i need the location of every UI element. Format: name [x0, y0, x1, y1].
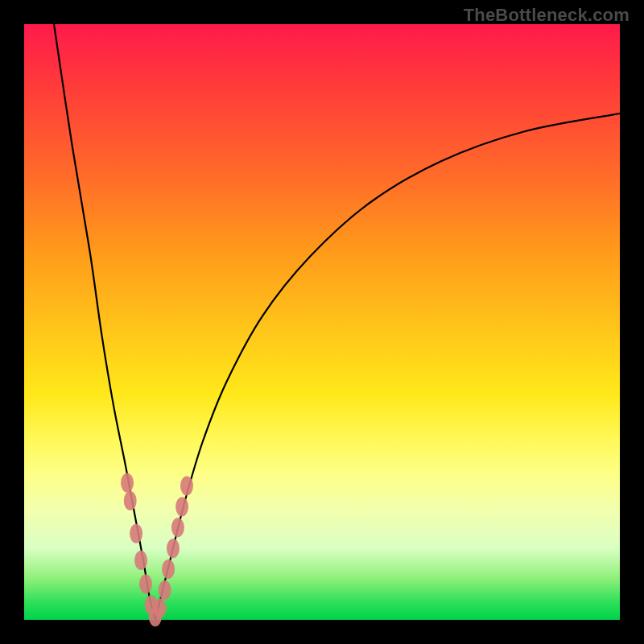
- gradient-background: [24, 24, 620, 620]
- highlight-markers: [121, 473, 193, 627]
- curve-layer: [24, 24, 620, 620]
- highlight-marker: [159, 580, 171, 600]
- watermark-text: TheBottleneck.com: [464, 5, 630, 26]
- chart-frame: TheBottleneck.com: [0, 0, 644, 644]
- highlight-marker: [139, 575, 152, 594]
- highlight-marker: [130, 524, 142, 543]
- highlight-marker: [162, 559, 175, 579]
- highlight-marker: [124, 491, 137, 510]
- highlight-marker: [154, 598, 167, 617]
- highlight-marker: [167, 539, 180, 558]
- highlight-marker: [175, 497, 188, 516]
- highlight-marker: [134, 551, 147, 570]
- highlight-marker: [171, 518, 184, 537]
- highlight-marker: [121, 473, 134, 493]
- highlight-marker: [180, 477, 193, 496]
- right-branch-curve: [155, 114, 620, 620]
